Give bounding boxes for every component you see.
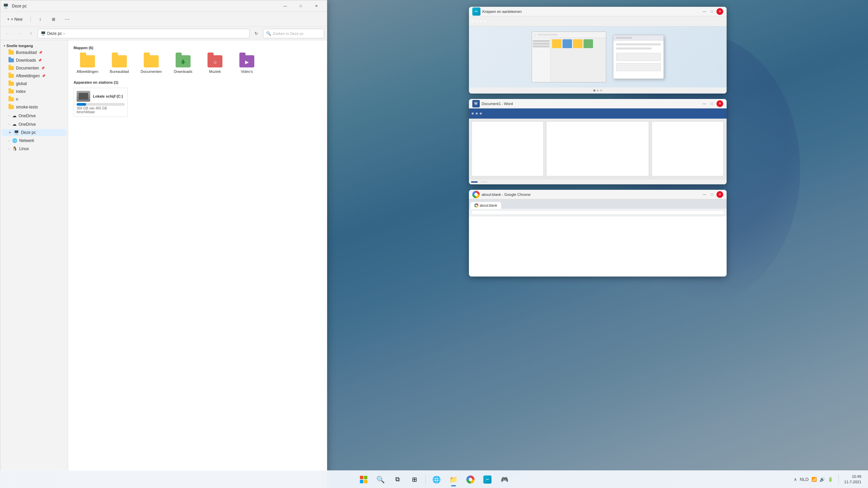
chevron-down-icon-2: ▼ bbox=[8, 131, 11, 134]
chrome-urlbar bbox=[469, 209, 727, 216]
sidebar-item-n[interactable]: n bbox=[2, 96, 66, 103]
sidebar-item-documenten[interactable]: Documenten 📌 bbox=[2, 64, 66, 72]
sidebar-item-afbeeldingen[interactable]: Afbeeldingen 📌 bbox=[2, 72, 66, 80]
sidebar-section-deze-pc: ▼ 🖥️ Deze pc bbox=[0, 129, 68, 136]
win-logo-green bbox=[364, 476, 368, 479]
chrome-max-btn[interactable]: □ bbox=[709, 191, 715, 198]
language-indicator[interactable]: NLD bbox=[800, 477, 809, 482]
sort-button[interactable]: ↕ bbox=[35, 16, 45, 23]
word-ribbon-dot-1 bbox=[472, 113, 474, 115]
path-text: Deze pc bbox=[47, 31, 62, 36]
folders-grid: Afbeeldingen Bureaublad bbox=[72, 52, 323, 76]
close-button[interactable]: ✕ bbox=[309, 0, 324, 12]
file-explorer-window: 🖥️ Deze pc — □ ✕ + + New ↕ ⊞ ⋯ ← → ↑ 🖥️ … bbox=[0, 0, 327, 488]
folder-item-downloads[interactable]: Downloads bbox=[168, 52, 198, 76]
chrome-close-btn[interactable]: ✕ bbox=[716, 191, 723, 198]
taskview-overlay[interactable]: ✂ Knippen en aantekenen — □ ✕ bbox=[327, 0, 868, 470]
wifi-icon[interactable]: 📶 bbox=[811, 477, 817, 482]
snipping-close-btn[interactable]: ✕ bbox=[716, 8, 723, 15]
folder-item-bureaublad[interactable]: Bureaublad bbox=[104, 52, 135, 76]
sidebar-label-docs: Documenten bbox=[16, 66, 39, 70]
quick-access-header[interactable]: ▼ Snelle toegang bbox=[0, 43, 68, 48]
titlebar: 🖥️ Deze pc — □ ✕ bbox=[0, 0, 327, 12]
preview-chrome-window[interactable]: about:blank - Google Chrome — □ ✕ about:… bbox=[469, 190, 727, 277]
volume-icon[interactable]: 🔊 bbox=[820, 477, 825, 482]
taskbar-snip[interactable]: ✂ bbox=[480, 472, 495, 487]
chrome-min-btn[interactable]: — bbox=[702, 191, 708, 198]
folder-item-afbeeldingen[interactable]: Afbeeldingen bbox=[72, 52, 103, 76]
sort-icon: ↕ bbox=[39, 17, 41, 22]
taskbar-start[interactable] bbox=[356, 472, 371, 487]
tray-arrow[interactable]: ∧ bbox=[794, 477, 797, 482]
new-button[interactable]: + + New bbox=[3, 16, 26, 23]
drives-grid: Lokale schijf (C:) 369 GB van 465 GB bes… bbox=[72, 86, 323, 118]
battery-icon[interactable]: 🔋 bbox=[828, 477, 833, 482]
muziek-icon: ♫ bbox=[207, 55, 223, 68]
sidebar-item-linux[interactable]: › 🐧 Linux bbox=[2, 145, 66, 152]
taskview-icon: ⧉ bbox=[393, 475, 402, 484]
maximize-button[interactable]: □ bbox=[293, 0, 309, 12]
view-button[interactable]: ⊞ bbox=[48, 16, 59, 23]
sidebar-item-onedrive1[interactable]: › ☁ OneDrive bbox=[2, 112, 66, 119]
pin-icon-docs: 📌 bbox=[41, 66, 45, 70]
snipping-right-content bbox=[613, 35, 664, 79]
taskbar-xbox[interactable]: 🎮 bbox=[497, 472, 512, 487]
preview-snipping-window[interactable]: ✂ Knippen en aantekenen — □ ✕ bbox=[469, 7, 727, 94]
folder-item-muziek[interactable]: ♫ Muziek bbox=[200, 52, 230, 76]
taskbar-widgets[interactable]: ⊞ bbox=[407, 472, 422, 487]
refresh-button[interactable]: ↻ bbox=[252, 29, 261, 38]
folder-item-videos[interactable]: ▶ Video's bbox=[232, 52, 262, 76]
chrome-inner-circle bbox=[469, 478, 472, 481]
sidebar-item-index[interactable]: index bbox=[2, 88, 66, 95]
taskbar-explorer[interactable]: 📁 bbox=[446, 472, 461, 487]
addressbar: ← → ↑ 🖥️ Deze pc › ↻ 🔍 Zoeken in Deze pc bbox=[0, 27, 327, 40]
sidebar-section-linux: › 🐧 Linux bbox=[0, 145, 68, 152]
folder-item-documenten[interactable]: Documenten bbox=[136, 52, 166, 76]
sidebar-label-n: n bbox=[16, 97, 18, 102]
preview-word-window[interactable]: W Document1 - Word — □ ✕ bbox=[469, 99, 727, 184]
apparaten-header: Apparaten en stations (1) bbox=[72, 80, 323, 84]
taskbar-taskview[interactable]: ⧉ bbox=[390, 472, 405, 487]
new-icon: + bbox=[7, 17, 9, 22]
word-statusbar bbox=[469, 179, 727, 184]
up-button[interactable]: ↑ bbox=[26, 29, 36, 38]
downloads-label: Downloads bbox=[174, 69, 192, 74]
address-path[interactable]: 🖥️ Deze pc › bbox=[38, 29, 250, 38]
file-content: Mappen (6) Afbeeldingen bbox=[68, 40, 327, 488]
chrome-tabbar: about:blank bbox=[469, 199, 727, 209]
word-max-btn[interactable]: □ bbox=[709, 101, 715, 107]
edge-icon: 🌐 bbox=[432, 475, 441, 484]
taskbar-clock[interactable]: 15:49 11-7-2021 bbox=[844, 474, 861, 485]
snipping-min-btn[interactable]: — bbox=[702, 8, 708, 15]
titlebar-controls: — □ ✕ bbox=[277, 0, 324, 12]
sidebar-item-netwerk[interactable]: › 🌐 Netwerk bbox=[2, 137, 66, 144]
taskbar-chrome[interactable] bbox=[463, 472, 478, 487]
sidebar-section-onedrive2: › ☁ OneDrive bbox=[0, 121, 68, 128]
sidebar-item-deze-pc[interactable]: ▼ 🖥️ Deze pc bbox=[2, 129, 66, 136]
videos-label: Video's bbox=[241, 69, 253, 74]
taskbar-edge[interactable]: 🌐 bbox=[429, 472, 444, 487]
chrome-title: about:blank - Google Chrome bbox=[472, 191, 531, 198]
search-icon: 🔍 bbox=[266, 31, 271, 36]
sidebar-item-global[interactable]: global bbox=[2, 80, 66, 87]
drive-top: Lokale schijf (C:) bbox=[77, 91, 125, 102]
win-logo-red bbox=[360, 476, 363, 479]
sidebar-item-bureaublad[interactable]: Bureaublad 📌 bbox=[2, 49, 66, 56]
taskbar-separator bbox=[426, 475, 426, 484]
taskbar-search[interactable]: 🔍 bbox=[373, 472, 388, 487]
snipping-max-btn[interactable]: □ bbox=[709, 8, 715, 15]
drive-item-c[interactable]: Lokale schijf (C:) 369 GB van 465 GB bes… bbox=[74, 88, 128, 117]
search-box[interactable]: 🔍 Zoeken in Deze pc bbox=[263, 29, 324, 38]
word-close-btn[interactable]: ✕ bbox=[716, 100, 723, 107]
minimize-button[interactable]: — bbox=[277, 0, 293, 12]
word-min-btn[interactable]: — bbox=[702, 101, 708, 107]
sidebar-item-onedrive2[interactable]: › ☁ OneDrive bbox=[2, 121, 66, 128]
cloud-icon: ☁ bbox=[12, 113, 17, 118]
taskbar: 🔍 ⧉ ⊞ 🌐 📁 ✂ bbox=[0, 470, 868, 488]
more-button[interactable]: ⋯ bbox=[62, 15, 72, 23]
sidebar-item-smoke-tests[interactable]: smoke-tests bbox=[2, 103, 66, 111]
sidebar-section-quick-access: ▼ Snelle toegang Bureaublad 📌 Downloads … bbox=[0, 43, 68, 111]
sidebar-item-downloads[interactable]: Downloads 📌 bbox=[2, 57, 66, 64]
netwerk-label: Netwerk bbox=[19, 138, 34, 143]
widgets-icon: ⊞ bbox=[410, 475, 419, 484]
